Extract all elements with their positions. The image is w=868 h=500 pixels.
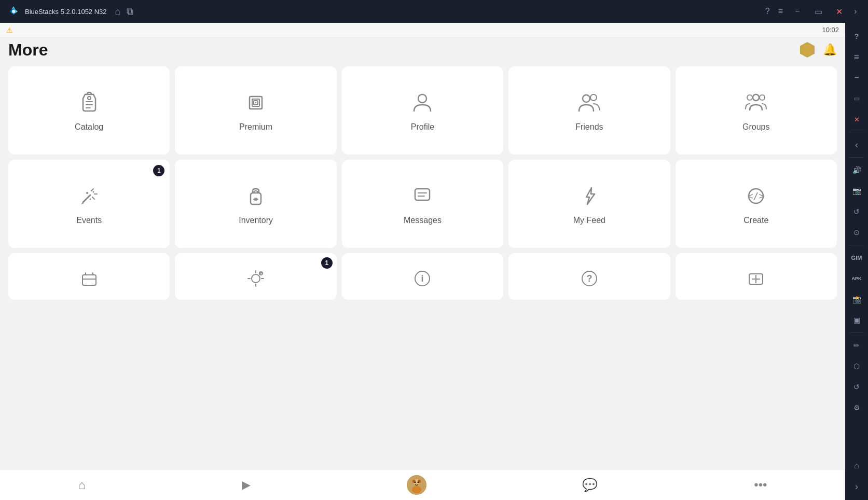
warning-icon: ⚠ xyxy=(6,26,13,34)
bottom-nav-chat[interactable]: 💬 xyxy=(572,474,608,496)
svg-point-17 xyxy=(418,94,426,103)
messages-label: Messages xyxy=(404,216,442,225)
main-area: ⚠ 10:02 More xyxy=(0,23,868,500)
topbar-left: More xyxy=(8,40,48,60)
menu-tile-premium[interactable]: Premium xyxy=(175,66,336,155)
menu-tile-catalog[interactable]: Catalog xyxy=(8,66,170,155)
bluestacks-logo xyxy=(6,4,21,19)
sidebar-apk-btn[interactable]: APK xyxy=(847,269,866,288)
bottom-nav-more[interactable]: ••• xyxy=(743,474,777,496)
inventory-label: Inventory xyxy=(239,216,273,225)
play-bottom-icon: ▶ xyxy=(242,478,251,492)
catalog-icon xyxy=(76,89,103,116)
partial1-icon xyxy=(78,268,100,289)
menu-tile-myfeed[interactable]: My Feed xyxy=(508,160,670,248)
help-icon[interactable]: ? xyxy=(765,7,770,16)
sidebar-screenshot-btn[interactable]: 📸 xyxy=(847,290,866,309)
svg-point-27 xyxy=(86,192,88,194)
messages-icon xyxy=(409,183,436,210)
hamburger-icon[interactable]: ≡ xyxy=(778,7,783,16)
svg-line-24 xyxy=(91,189,93,191)
svg-point-57 xyxy=(412,486,421,493)
menu-tile-partial5[interactable] xyxy=(676,253,837,300)
menu-grid-scroll[interactable]: Catalog Premium xyxy=(0,62,845,469)
sidebar-settings-btn[interactable]: ⚙ xyxy=(847,398,866,417)
tabs-nav-icon[interactable]: ⧉ xyxy=(127,6,133,17)
sidebar-minimize-btn[interactable]: − xyxy=(847,68,866,87)
app-name: BlueStacks 5.2.0.1052 N32 xyxy=(25,8,107,16)
svg-text:i: i xyxy=(421,273,424,284)
friends-icon xyxy=(576,89,603,116)
create-label: Create xyxy=(743,216,768,225)
sidebar-sync-btn[interactable]: ↺ xyxy=(847,378,866,396)
sidebar-brush-btn[interactable]: ✏ xyxy=(847,336,866,355)
sidebar-kbd-btn[interactable]: GIM xyxy=(847,248,866,267)
menu-tile-partial3[interactable]: i xyxy=(342,253,503,300)
menu-tile-inventory[interactable]: Inventory xyxy=(175,160,336,248)
menu-tile-groups[interactable]: Groups xyxy=(676,66,837,155)
svg-point-19 xyxy=(590,94,597,101)
friends-label: Friends xyxy=(575,122,603,132)
sidebar-sound-btn[interactable]: 🔊 xyxy=(847,161,866,179)
svg-text:?: ? xyxy=(586,273,592,284)
svg-point-61 xyxy=(417,481,419,483)
svg-point-22 xyxy=(760,95,765,100)
bottom-nav: ⌂ ▶ xyxy=(0,469,845,500)
app-topbar: More 🔔 xyxy=(0,37,845,62)
profile-icon xyxy=(409,89,436,116)
partial3-icon: i xyxy=(411,268,433,289)
bottom-nav-home[interactable]: ⌂ xyxy=(67,474,96,496)
svg-line-23 xyxy=(83,195,90,202)
minimize-button[interactable]: − xyxy=(791,5,804,18)
svg-point-21 xyxy=(747,95,752,100)
sidebar-multi-btn[interactable]: ▣ xyxy=(847,311,866,329)
menu-tile-partial2[interactable]: 1 ✕ xyxy=(175,253,336,300)
topbar-right: 🔔 xyxy=(798,40,837,59)
bottom-nav-play[interactable]: ▶ xyxy=(231,474,261,496)
sidebar-hex-btn[interactable]: ⬡ xyxy=(847,357,866,376)
close-button[interactable]: ✕ xyxy=(833,5,845,18)
svg-point-29 xyxy=(89,199,91,200)
sidebar-toggle-button[interactable]: › xyxy=(849,5,862,18)
sidebar-camera-btn[interactable]: 📷 xyxy=(847,182,866,200)
myfeed-icon xyxy=(576,183,603,210)
sidebar-menu-btn[interactable]: ≡ xyxy=(847,48,866,66)
menu-tile-events[interactable]: 1 xyxy=(8,160,170,248)
sidebar-expand-btn[interactable]: › xyxy=(847,477,866,496)
more-bottom-icon: ••• xyxy=(754,478,767,492)
restore-button[interactable]: ▭ xyxy=(812,5,824,18)
sidebar-divider-2 xyxy=(849,157,864,158)
premium-icon xyxy=(242,89,269,116)
sidebar-close-btn[interactable]: ✕ xyxy=(847,110,866,129)
sidebar-rotate-btn[interactable]: ↺ xyxy=(847,202,866,221)
partial5-icon xyxy=(745,268,767,289)
events-label: Events xyxy=(76,216,102,225)
svg-line-26 xyxy=(92,197,94,199)
sidebar-help-btn[interactable]: ? xyxy=(847,27,866,46)
profile-label: Profile xyxy=(411,122,434,132)
window-controls: ? ≡ − ▭ ✕ xyxy=(765,5,845,18)
right-sidebar: ? ≡ − ▭ ✕ ‹ 🔊 📷 ↺ ⊙ GIM APK 📸 ▣ ✏ ⬡ ↺ ⚙ … xyxy=(845,23,868,500)
menu-tile-partial4[interactable]: ? xyxy=(508,253,670,300)
menu-tile-friends[interactable]: Friends xyxy=(508,66,670,155)
menu-tile-partial1[interactable] xyxy=(8,253,170,300)
menu-tile-create[interactable]: </> Create xyxy=(676,160,837,248)
svg-rect-16 xyxy=(255,102,256,103)
sidebar-home-btn[interactable]: ⌂ xyxy=(847,456,866,475)
partial4-icon: ? xyxy=(578,268,600,289)
app-content: ⚠ 10:02 More xyxy=(0,23,845,500)
sidebar-collapse-btn[interactable]: ‹ xyxy=(847,135,866,154)
svg-rect-37 xyxy=(82,275,96,285)
groups-label: Groups xyxy=(742,122,769,132)
menu-tile-profile[interactable]: Profile xyxy=(342,66,503,155)
sidebar-divider-1 xyxy=(849,132,864,132)
menu-tile-messages[interactable]: Messages xyxy=(342,160,503,248)
bottom-nav-avatar[interactable] xyxy=(396,471,437,499)
sidebar-circle-btn[interactable]: ⊙ xyxy=(847,223,866,242)
sidebar-restore-btn[interactable]: ▭ xyxy=(847,89,866,108)
svg-point-28 xyxy=(92,191,94,193)
roblox-content: More 🔔 xyxy=(0,37,845,500)
notification-bell[interactable]: 🔔 xyxy=(823,43,837,57)
currency-badge[interactable] xyxy=(798,40,817,59)
home-nav-icon[interactable]: ⌂ xyxy=(115,6,121,17)
